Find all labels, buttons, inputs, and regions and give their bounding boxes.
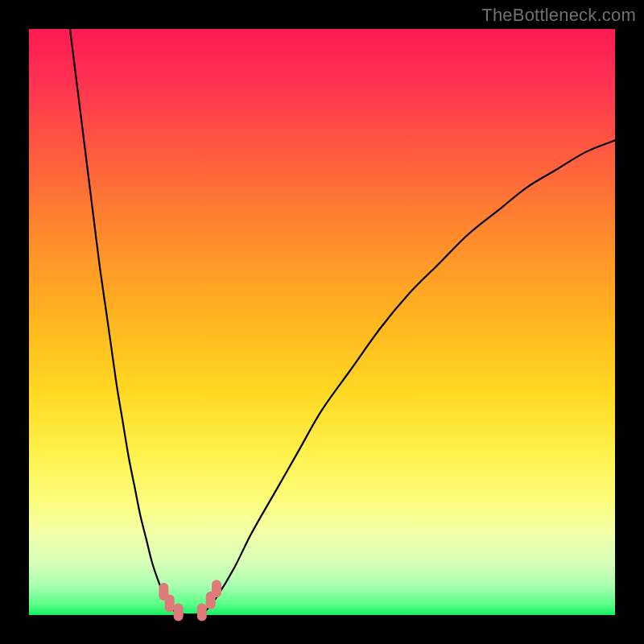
chart-frame: TheBottleneck.com	[0, 0, 644, 644]
valley-marker	[174, 603, 184, 621]
valley-marker	[212, 580, 221, 597]
bottleneck-curve	[29, 29, 615, 615]
curve-path	[70, 29, 615, 614]
watermark-text: TheBottleneck.com	[481, 5, 636, 26]
valley-marker	[197, 603, 207, 621]
valley-marker	[165, 594, 175, 612]
plot-area	[29, 29, 615, 615]
